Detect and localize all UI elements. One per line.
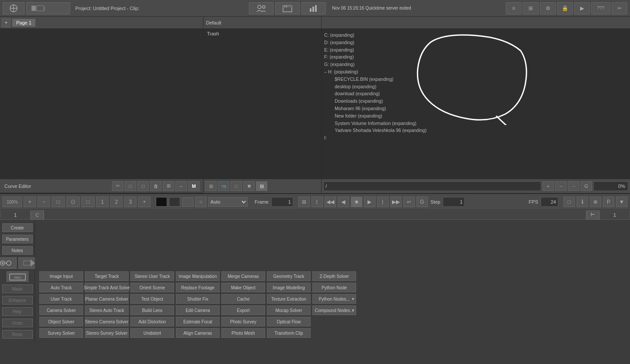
loop-btn[interactable]: ↩ bbox=[403, 197, 415, 207]
stereo-survey-solver-btn[interactable]: Stereo Survey Solver bbox=[85, 328, 129, 338]
photo-mesh-btn[interactable]: Photo Mesh bbox=[221, 328, 265, 338]
node-icon[interactable] bbox=[0, 257, 17, 269]
drive-i[interactable]: I: bbox=[324, 134, 627, 142]
photo-survey-btn[interactable]: Photo Survey bbox=[221, 317, 265, 326]
chart-button[interactable] bbox=[301, 2, 326, 14]
help-button[interactable]: Help bbox=[2, 307, 33, 316]
drive-f[interactable]: F: (expanding) bbox=[324, 53, 627, 61]
sys-vol-info[interactable]: System Volume Information (expanding) bbox=[324, 120, 627, 127]
tl-target-btn[interactable]: ⊕ bbox=[590, 197, 601, 207]
mid-icon5[interactable]: ⊟ bbox=[256, 181, 267, 191]
recycle-bin[interactable]: $RECYCLE.BIN (expanding) bbox=[324, 76, 627, 83]
drive-e[interactable]: E: (expanding) bbox=[324, 46, 627, 54]
list-view-btn[interactable]: ≡ bbox=[506, 2, 522, 14]
tl-zoom-out[interactable]: − bbox=[38, 197, 50, 207]
stereo-auto-track-btn[interactable]: Stereo Auto Track bbox=[85, 305, 129, 315]
help-btn[interactable]: ??? bbox=[591, 2, 610, 14]
mocap-solver-btn[interactable]: Mocap Solver bbox=[267, 305, 311, 315]
path-input[interactable] bbox=[323, 181, 541, 191]
create-button[interactable]: Create bbox=[2, 223, 33, 232]
camera-solver-btn[interactable]: Camera Solver bbox=[39, 305, 83, 315]
tl-zoom-in[interactable]: + bbox=[24, 197, 36, 207]
optical-flow-btn[interactable]: Optical Flow bbox=[267, 317, 311, 326]
mid-icon2[interactable]: 📹 bbox=[218, 181, 229, 191]
auto-track-btn[interactable]: Auto Track bbox=[39, 283, 83, 292]
python-node-btn[interactable]: Python Node bbox=[312, 283, 356, 292]
tl-p-btn[interactable]: P bbox=[603, 197, 614, 207]
parameters-button[interactable]: Parameters bbox=[2, 235, 33, 243]
mid-icon1[interactable]: ⊞ bbox=[205, 181, 217, 191]
drive-d[interactable]: D: (expanding) bbox=[324, 39, 627, 46]
path-add-btn[interactable]: + bbox=[542, 181, 554, 191]
settings-btn[interactable]: ⚙ bbox=[540, 2, 556, 14]
edit-camera-btn[interactable]: Edit Camera bbox=[176, 305, 220, 315]
color-black-btn[interactable] bbox=[156, 197, 167, 207]
step-back-btn[interactable]: ◀ bbox=[338, 197, 349, 207]
lock-btn[interactable]: 🔒 bbox=[557, 2, 573, 14]
python-nodes-btn[interactable]: Python Nodes... ▼ bbox=[312, 294, 356, 304]
path-ellipsis-btn[interactable]: ··· bbox=[568, 181, 579, 191]
image-modelling-btn[interactable]: Image Modelling bbox=[267, 283, 311, 292]
frame-input[interactable] bbox=[271, 197, 293, 207]
downloads[interactable]: Downloads (expanding) bbox=[324, 97, 627, 105]
simple-track-solve-btn[interactable]: Simple Track And Solve bbox=[85, 283, 129, 292]
enhance-button[interactable]: Enhance bbox=[2, 296, 33, 305]
moharam96[interactable]: Moharam 96 (expanding) bbox=[324, 105, 627, 112]
step-input[interactable] bbox=[443, 197, 465, 207]
drive-c[interactable]: C: (expanding) bbox=[324, 31, 627, 39]
image-manipulation-btn[interactable]: Image Manipulation bbox=[176, 271, 220, 281]
yadvare[interactable]: Yadvare Shohada Veleshkola 96 (expanding… bbox=[324, 127, 627, 134]
shutter-fix-btn[interactable]: Shutter Fix bbox=[176, 294, 220, 304]
align-cameras-btn[interactable]: Align Cameras bbox=[176, 328, 220, 338]
clip-button[interactable] bbox=[275, 2, 300, 14]
curve-btn1[interactable]: □ bbox=[125, 181, 136, 191]
cache-btn[interactable]: Cache bbox=[221, 294, 265, 304]
project-icon[interactable]: PRJ bbox=[7, 271, 28, 282]
grid-view-btn[interactable]: ⊞ bbox=[523, 2, 539, 14]
replace-footage-btn[interactable]: Replace Footage bbox=[176, 283, 220, 292]
tl-num2-btn[interactable]: 2 bbox=[110, 197, 122, 207]
scrubber-end-btn[interactable]: ⊢ bbox=[586, 210, 599, 220]
z-depth-solver-btn[interactable]: Z-Depth Solver bbox=[312, 271, 356, 281]
expand-curve-btn[interactable]: ↔ bbox=[175, 181, 187, 191]
m-curve-btn[interactable]: M bbox=[188, 181, 200, 191]
scrubber-end[interactable]: 1 bbox=[599, 210, 630, 220]
target-track-btn[interactable]: Target Track bbox=[85, 271, 129, 281]
tl-num3-btn[interactable]: 3 bbox=[124, 197, 136, 207]
add-distortion-btn[interactable]: Add Distortion bbox=[130, 317, 174, 326]
page-tab[interactable]: Page 1 bbox=[12, 19, 35, 27]
tl-chevron-btn[interactable]: ▼ bbox=[616, 197, 627, 207]
tl-circle-btn[interactable]: ○ bbox=[195, 197, 206, 207]
ff-btn[interactable]: ▶▶ bbox=[390, 197, 402, 207]
cut-curve-btn[interactable]: ✂ bbox=[112, 181, 123, 191]
tl-plus-btn[interactable]: + bbox=[138, 197, 150, 207]
stop-btn[interactable]: ■ bbox=[351, 197, 362, 207]
play-to-start[interactable]: ⊞ bbox=[298, 197, 310, 207]
tl-expand-btn[interactable]: ⟨⟩ bbox=[66, 197, 80, 207]
notes-button[interactable]: Notes bbox=[2, 246, 33, 255]
cut-btn[interactable]: ✂ bbox=[612, 2, 627, 14]
path-minus-btn[interactable]: − bbox=[555, 181, 567, 191]
scrubber-start[interactable]: 1 bbox=[0, 210, 31, 220]
path-g-btn[interactable]: G bbox=[581, 181, 592, 191]
users-button[interactable] bbox=[249, 2, 273, 14]
survey-solver-btn[interactable]: Survey Solver bbox=[39, 328, 83, 338]
image-input-btn[interactable]: Image Input bbox=[39, 271, 83, 281]
drive-g[interactable]: G: (expanding) bbox=[324, 61, 627, 68]
make-object-btn[interactable]: Make Object bbox=[221, 283, 265, 292]
curve-btn2[interactable]: □ bbox=[137, 181, 149, 191]
trash-item[interactable]: Trash bbox=[205, 31, 319, 37]
build-lens-btn[interactable]: Build Lens bbox=[130, 305, 174, 315]
mask-button[interactable]: Mask bbox=[2, 284, 33, 293]
mid-icon4[interactable]: ✖ bbox=[243, 181, 255, 191]
scrubber-track[interactable] bbox=[44, 210, 586, 220]
grid-curve-btn[interactable]: ⊞ bbox=[163, 181, 174, 191]
merge-cameras-btn[interactable]: Merge Cameras bbox=[221, 271, 265, 281]
tl-clip-btn[interactable]: □ bbox=[81, 197, 94, 207]
mid-icon3[interactable]: □ bbox=[231, 181, 242, 191]
texture-extraction-btn[interactable]: Texture Extraction bbox=[267, 294, 311, 304]
stereo-user-track-btn[interactable]: Stereo User Track bbox=[130, 271, 174, 281]
delete-curve-btn[interactable]: 🗑 bbox=[150, 181, 161, 191]
g-btn[interactable]: G bbox=[416, 197, 428, 207]
fps-input[interactable] bbox=[541, 197, 558, 207]
